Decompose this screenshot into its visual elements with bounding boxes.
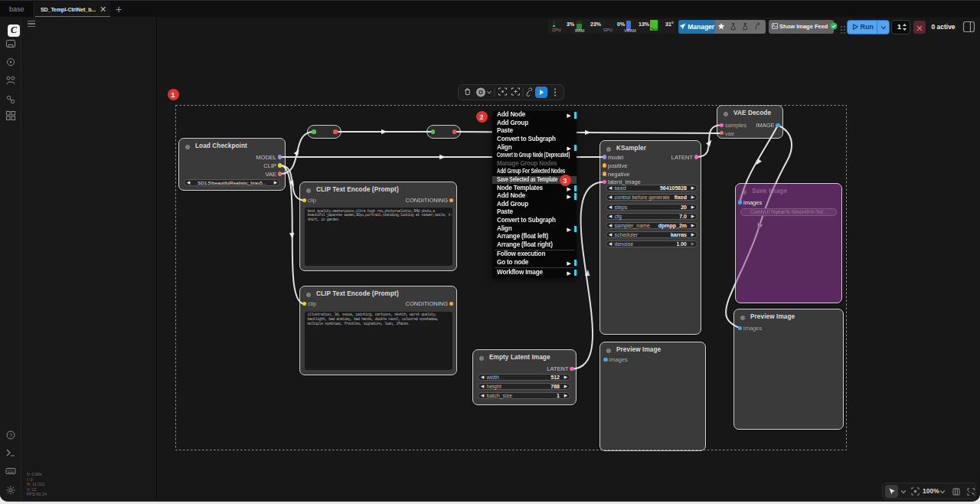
svg-text:?: ? [9,433,12,438]
